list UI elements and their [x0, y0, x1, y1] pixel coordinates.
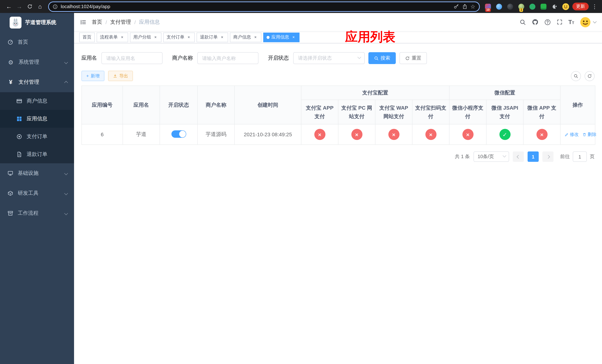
cell-wx-lite: × [449, 124, 486, 145]
breadcrumb: 首页 / 支付管理 / 应用信息 [92, 19, 160, 25]
sidebar-item-label: 系统管理 [19, 59, 39, 65]
cell-actions: 修改删除 [560, 124, 595, 145]
site-info-icon[interactable] [53, 4, 58, 9]
sidebar-item-label: 支付订单 [27, 133, 47, 140]
close-icon[interactable]: × [153, 35, 158, 40]
close-icon[interactable]: × [253, 35, 258, 40]
tab-refund-orders[interactable]: 退款订单 × [197, 32, 228, 42]
url-text[interactable]: localhost:1024/pay/app [61, 4, 110, 9]
browser-forward-button[interactable]: → [14, 1, 24, 12]
extension-gem-icon[interactable] [495, 2, 504, 11]
breadcrumb-current: 应用信息 [139, 19, 160, 25]
status-toggle[interactable] [171, 130, 186, 138]
monitor-icon [7, 170, 13, 176]
sidebar-item-dev-tools[interactable]: 研发工具 [0, 183, 74, 203]
search-button[interactable]: 搜索 [368, 52, 396, 64]
tab-payment-orders[interactable]: 支付订单 × [163, 32, 195, 42]
status-select[interactable]: 请选择开启状态 [293, 52, 365, 64]
font-size-icon[interactable]: TT [568, 19, 574, 25]
tab-home[interactable]: 首页 [79, 32, 95, 42]
page-number-1[interactable]: 1 [527, 151, 539, 162]
active-dot [267, 36, 269, 39]
prev-page-button[interactable] [513, 151, 524, 162]
chevron-down-icon [357, 55, 361, 59]
sidebar-item-home[interactable]: 首页 [0, 32, 74, 52]
tab-merchant-info[interactable]: 商户信息 × [230, 32, 261, 42]
breadcrumb-payment[interactable]: 支付管理 [110, 19, 131, 25]
sidebar-logo[interactable]: 芋道管理系统 [0, 13, 74, 32]
search-icon[interactable] [519, 19, 526, 25]
extensions-row: 10 1 [484, 2, 570, 11]
chevron-down-icon [65, 59, 67, 65]
sidebar-item-system[interactable]: ⚙ 系统管理 [0, 52, 74, 72]
export-button[interactable]: 导出 [108, 71, 133, 81]
sidebar-item-payment-orders[interactable]: 支付订单 [0, 128, 74, 146]
col-group-alipay: 支付宝配置 [301, 86, 449, 100]
sidebar-fold-icon[interactable] [80, 19, 87, 25]
dashboard-icon [7, 39, 13, 45]
extension-dark-glyph [507, 3, 513, 10]
help-icon[interactable] [544, 19, 551, 25]
extension-avatar-icon[interactable]: 1 [517, 2, 526, 11]
goto-page-input[interactable] [573, 151, 587, 162]
browser-profile-avatar[interactable] [561, 2, 570, 11]
browser-toolbar: ← → ⌂ localhost:1024/pay/app ☆ 10 [0, 0, 602, 13]
sidebar-item-label: 商户信息 [27, 98, 47, 104]
sidebar: 芋道管理系统 首页 ⚙ 系统管理 ¥ 支付管理 商户信息 [0, 13, 74, 364]
app-title: 芋道管理系统 [25, 19, 56, 26]
extension-book-icon[interactable] [539, 2, 548, 11]
close-icon[interactable]: × [119, 35, 125, 40]
filter-app-name: 应用名 [81, 52, 162, 64]
bookmark-star-icon[interactable]: ☆ [470, 3, 475, 10]
plus-icon: + [86, 73, 89, 78]
add-button[interactable]: + 新增 [81, 71, 104, 81]
merchant-name-input[interactable] [197, 52, 258, 64]
extension-wechat-icon[interactable] [528, 2, 537, 11]
browser-back-button[interactable]: ← [4, 1, 14, 12]
browser-menu-icon[interactable]: ⋮ [591, 3, 598, 10]
extensions-puzzle-icon[interactable] [550, 2, 559, 11]
document-icon [16, 151, 22, 157]
user-avatar[interactable] [580, 16, 591, 28]
sidebar-item-infrastructure[interactable]: 基础设施 [0, 163, 74, 183]
edit-link[interactable]: 修改 [565, 131, 579, 138]
browser-home-button[interactable]: ⌂ [35, 1, 45, 12]
sidebar-item-app-info[interactable]: 应用信息 [0, 110, 74, 128]
sidebar-item-payment[interactable]: ¥ 支付管理 [0, 72, 74, 92]
status-circle-icon: × [314, 129, 325, 140]
sidebar-item-merchant-info[interactable]: 商户信息 [0, 92, 74, 110]
app-name-input[interactable] [101, 52, 162, 64]
table-row: 6 芋道 芋道源码 2021-10-23 08:49:25 × × × × × … [82, 124, 595, 145]
close-icon[interactable]: × [186, 35, 191, 40]
page-content: 应用名 商户名称 开启状态 请选择开启状态 [74, 43, 602, 364]
fullscreen-icon[interactable] [557, 19, 563, 25]
page-size-select[interactable]: 10条/页 [473, 151, 509, 162]
close-icon[interactable]: × [291, 35, 296, 40]
close-icon[interactable]: × [220, 35, 225, 40]
col-alipay-scan: 支付宝扫码支付 [412, 100, 449, 124]
breadcrumb-home[interactable]: 首页 [92, 19, 102, 25]
sidebar-item-refund-orders[interactable]: 退款订单 [0, 146, 74, 163]
user-menu[interactable] [580, 16, 596, 28]
toggle-search-button[interactable] [571, 71, 581, 81]
pen-icon [565, 132, 569, 137]
cell-create-time: 2021-10-23 08:49:25 [235, 124, 301, 145]
refresh-table-button[interactable] [585, 71, 595, 81]
sidebar-item-workflow[interactable]: 工作流程 [0, 203, 74, 223]
tab-user-group[interactable]: 用户分组 × [130, 32, 161, 42]
table-toolbar: + 新增 导出 [81, 71, 595, 81]
tab-app-info[interactable]: 应用信息 × [263, 32, 300, 42]
extension-dark-icon[interactable] [506, 2, 515, 11]
share-icon[interactable] [462, 4, 467, 9]
extension-adblock-icon[interactable]: 10 [484, 2, 492, 11]
tab-process-form[interactable]: 流程表单 × [97, 32, 128, 42]
browser-reload-button[interactable] [24, 1, 35, 12]
delete-link[interactable]: 删除 [582, 131, 596, 138]
reset-button[interactable]: 重置 [399, 52, 427, 64]
github-icon[interactable] [532, 19, 539, 26]
sidebar-item-label: 基础设施 [18, 170, 39, 177]
next-page-button[interactable] [542, 151, 553, 162]
browser-update-button[interactable]: 更新 [572, 3, 589, 10]
password-key-icon[interactable] [453, 4, 459, 9]
address-bar[interactable]: localhost:1024/pay/app ☆ [48, 1, 480, 12]
